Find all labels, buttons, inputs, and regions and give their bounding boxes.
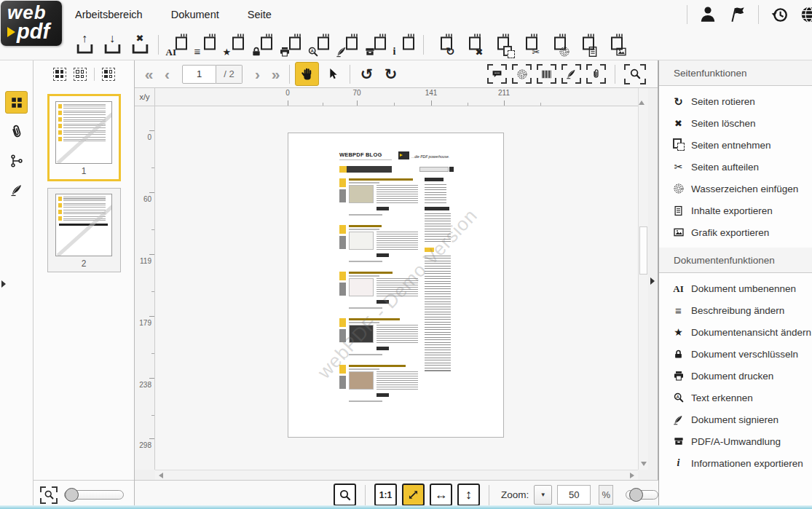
hand-tool-button[interactable] xyxy=(295,62,319,86)
blog-post-row xyxy=(339,178,419,221)
scissors-glyph: ✂ xyxy=(532,47,540,57)
zoom-select-button[interactable] xyxy=(334,484,356,506)
divider xyxy=(615,65,615,84)
panel-item-inhalte-exportieren[interactable]: Inhalte exportieren xyxy=(659,200,812,221)
ocr-icon[interactable] xyxy=(307,31,332,58)
horizontal-scrollbar[interactable] xyxy=(155,470,638,480)
panel-item-wasserzeichen[interactable]: Wasserzeichen einfügen xyxy=(659,178,812,200)
upload-document-icon[interactable]: ↑ xyxy=(72,32,97,57)
page-thumbnail-1[interactable]: 1 xyxy=(47,94,121,181)
download-document-icon[interactable]: ↓ xyxy=(100,32,125,57)
user-icon[interactable] xyxy=(698,5,717,24)
page-number-input[interactable] xyxy=(182,65,216,84)
rename-document-icon[interactable]: AI xyxy=(165,31,190,58)
pdfa-conversion-icon[interactable] xyxy=(364,31,389,58)
watermark-tool-button[interactable] xyxy=(512,64,532,84)
first-page-button[interactable]: « xyxy=(141,66,157,82)
rotate-right-button[interactable]: ↻ xyxy=(379,66,402,83)
attachments-button[interactable] xyxy=(5,120,28,143)
search-tool-button[interactable] xyxy=(624,64,646,84)
scroll-up-arrow[interactable] xyxy=(639,88,645,105)
panel-item-dokumentenansicht[interactable]: ★Dokumentenansicht ändern xyxy=(659,321,812,343)
watermark-icon[interactable] xyxy=(544,31,569,58)
fit-width-button[interactable]: ↔ xyxy=(430,484,452,506)
deselect-all-pages-icon[interactable] xyxy=(74,68,87,81)
panel-item-beschreibung-aendern[interactable]: ≡Beschreibung ändern xyxy=(659,299,812,321)
scrollbar-thumb[interactable] xyxy=(639,226,647,275)
encrypt-document-icon[interactable] xyxy=(251,31,275,58)
export-information-icon[interactable]: i xyxy=(393,31,417,58)
fit-page-button[interactable] xyxy=(402,484,425,506)
export-graphic-icon[interactable] xyxy=(601,31,626,58)
thumbnail-size-slider[interactable] xyxy=(64,490,124,500)
vertical-scrollbar[interactable] xyxy=(638,88,648,470)
page-viewport[interactable]: WEBPDF BLOG ...die PDF powerhouse. xyxy=(155,106,638,470)
panel-item-seiten-rotieren[interactable]: ↻Seiten rotieren xyxy=(659,90,812,112)
delete-pages-icon[interactable]: ✖ xyxy=(459,31,484,58)
panel-item-dokument-drucken[interactable]: Dokument drucken xyxy=(659,365,812,387)
page-thumbnail-2[interactable]: 2 xyxy=(47,188,121,272)
select-all-pages-icon[interactable] xyxy=(53,68,66,81)
panel-item-seiten-aufteilen[interactable]: ✂Seiten aufteilen xyxy=(659,156,812,178)
cross-glyph: ✖ xyxy=(476,47,484,57)
globe-icon[interactable] xyxy=(800,5,812,24)
signatures-button[interactable] xyxy=(5,178,28,201)
document-view-icon[interactable]: ★ xyxy=(222,31,247,58)
signature-tool-button[interactable] xyxy=(561,64,581,84)
fit-page-icon xyxy=(406,488,420,502)
panel-item-seiten-loeschen[interactable]: ✖Seiten löschen xyxy=(659,112,812,134)
document-view-icon: ★ xyxy=(671,327,685,337)
horizontal-ruler: 0 70 141 211 xyxy=(155,88,638,106)
close-document-icon[interactable]: ✖ xyxy=(127,32,152,57)
panel-item-seiten-entnehmen[interactable]: Seiten entnehmen xyxy=(659,134,812,156)
history-icon[interactable] xyxy=(770,5,789,24)
edit-description-icon[interactable]: ≡ xyxy=(194,31,218,58)
comment-tool-button[interactable] xyxy=(487,64,507,84)
panel-item-pdfa-umwandlung[interactable]: PDF/A-Umwandlung xyxy=(659,430,812,452)
actual-size-button[interactable]: 1:1 xyxy=(374,484,397,506)
links-button[interactable] xyxy=(5,149,28,172)
flag-icon[interactable] xyxy=(728,5,747,24)
panel-item-informationen-exportieren[interactable]: iInformationen exportieren xyxy=(659,452,812,474)
rotate-pages-icon[interactable]: ↻ xyxy=(430,31,455,58)
panel-item-dokument-umbenennen[interactable]: AIDokument umbenennen xyxy=(659,277,812,299)
menu-arbeitsbereich[interactable]: Arbeitsbereich xyxy=(71,6,147,23)
panel-item-dokument-signieren[interactable]: Dokument signieren xyxy=(659,409,812,430)
menu-seite[interactable]: Seite xyxy=(243,6,276,23)
slider-handle[interactable] xyxy=(65,488,79,502)
sign-document-icon[interactable] xyxy=(336,31,360,58)
zoom-value-input[interactable] xyxy=(557,485,591,505)
scroll-down-arrow[interactable] xyxy=(641,462,647,466)
collapse-right-panel-handle[interactable] xyxy=(650,277,655,285)
menu-dokument[interactable]: Dokument xyxy=(167,6,224,23)
previous-page-button[interactable]: ‹ xyxy=(159,66,176,82)
panel-item-grafik-exportieren[interactable]: Grafik exportieren xyxy=(659,221,812,243)
last-page-button[interactable]: » xyxy=(267,66,284,82)
collapse-left-panel-handle[interactable] xyxy=(1,280,6,288)
h-ruler-label: 211 xyxy=(498,89,510,97)
extract-pages-icon[interactable] xyxy=(487,31,512,58)
select-tool-button[interactable] xyxy=(320,62,344,86)
panel-item-text-erkennen[interactable]: Text erkennen xyxy=(659,387,812,409)
thumbnails-view-button[interactable] xyxy=(5,91,28,114)
next-page-button[interactable]: › xyxy=(249,66,266,82)
scroll-left-arrow[interactable] xyxy=(159,473,163,478)
panel-item-dokument-verschluesseln[interactable]: Dokument verschlüsseln xyxy=(659,343,812,365)
header: web pdf Arbeitsbereich Dokument Seite xyxy=(0,0,812,29)
barcode-tool-button[interactable] xyxy=(537,64,556,84)
fit-height-button[interactable]: ↕ xyxy=(457,484,480,506)
split-pages-icon[interactable]: ✂ xyxy=(516,31,540,58)
feather-icon xyxy=(336,46,347,58)
document-functions-list: AIDokument umbenennen ≡Beschreibung ände… xyxy=(659,273,812,478)
zoom-slider[interactable] xyxy=(626,490,658,500)
star-glyph: ★ xyxy=(223,47,232,57)
invert-selection-icon[interactable] xyxy=(102,68,115,81)
rotate-left-button[interactable]: ↺ xyxy=(355,66,378,83)
zoom-dropdown-button[interactable]: ▼ xyxy=(534,485,552,505)
export-content-icon[interactable] xyxy=(572,31,597,58)
scroll-right-arrow[interactable] xyxy=(630,473,634,478)
print-document-icon[interactable] xyxy=(279,31,304,58)
slider-handle[interactable] xyxy=(629,488,643,502)
attachment-tool-button[interactable] xyxy=(586,64,606,84)
h-ruler-label: 141 xyxy=(425,89,438,97)
